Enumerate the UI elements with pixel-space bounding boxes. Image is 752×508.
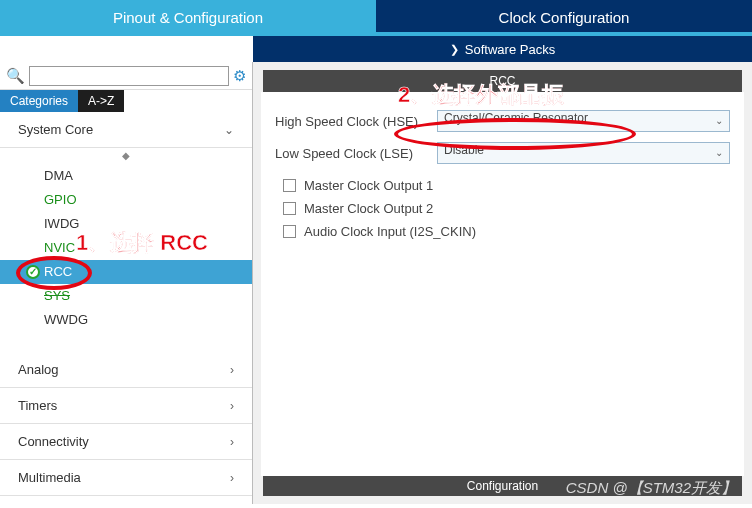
chevron-down-icon: ❯ (450, 43, 459, 56)
checkbox-i2s[interactable] (283, 225, 296, 238)
mco2-label: Master Clock Output 2 (304, 201, 433, 216)
search-input[interactable] (29, 66, 229, 86)
lse-value: Disable (444, 143, 484, 157)
top-tabs: Pinout & Configuration Clock Configurati… (0, 0, 752, 36)
tab-clock[interactable]: Clock Configuration (376, 0, 752, 32)
checkbox-mco2[interactable] (283, 202, 296, 215)
search-icon[interactable]: 🔍 (6, 67, 25, 85)
software-packs-button[interactable]: ❯ Software Packs (253, 36, 752, 62)
mode-panel-header[interactable]: RCC (263, 70, 742, 92)
group-analog[interactable]: Analog › (0, 352, 252, 388)
sidebar: 🔍 ⚙ Categories A->Z System Core ⌄ ◆ DMA … (0, 62, 253, 504)
lse-select[interactable]: Disable ⌄ (437, 142, 730, 164)
chevron-right-icon: › (230, 363, 234, 377)
group-label: Analog (18, 362, 58, 377)
leaf-sys[interactable]: SYS (0, 284, 252, 308)
leaf-rcc[interactable]: ✓ RCC (0, 260, 252, 284)
mode-title-prefix: RCC (490, 74, 516, 88)
group-label: Timers (18, 398, 57, 413)
software-packs-label: Software Packs (465, 42, 555, 57)
hse-value: Crystal/Ceramic Resonator (444, 111, 588, 125)
group-system-core[interactable]: System Core ⌄ (0, 112, 252, 148)
configuration-panel-header[interactable]: Configuration (263, 476, 742, 496)
tab-az[interactable]: A->Z (78, 90, 124, 112)
leaf-gpio[interactable]: GPIO (0, 188, 252, 212)
checkbox-mco1[interactable] (283, 179, 296, 192)
group-multimedia[interactable]: Multimedia › (0, 460, 252, 496)
chevron-right-icon: › (230, 435, 234, 449)
group-timers[interactable]: Timers › (0, 388, 252, 424)
chevron-down-icon: ⌄ (715, 147, 723, 158)
chevron-down-icon: ⌄ (224, 123, 234, 137)
leaf-label: RCC (44, 263, 72, 281)
group-label: System Core (18, 122, 93, 137)
leaf-iwdg[interactable]: IWDG (0, 212, 252, 236)
group-label: Connectivity (18, 434, 89, 449)
lse-label: Low Speed Clock (LSE) (275, 146, 437, 161)
scroll-handle-icon[interactable]: ◆ (0, 148, 252, 164)
check-circle-icon: ✓ (26, 265, 40, 279)
leaf-wwdg[interactable]: WWDG (0, 308, 252, 332)
group-label: Multimedia (18, 470, 81, 485)
subbar: ❯ Software Packs (0, 36, 752, 62)
tab-pinout[interactable]: Pinout & Configuration (0, 0, 376, 32)
leaf-nvic[interactable]: NVIC (0, 236, 252, 260)
chevron-right-icon: › (230, 471, 234, 485)
leaf-dma[interactable]: DMA (0, 164, 252, 188)
tab-categories[interactable]: Categories (0, 90, 78, 112)
group-connectivity[interactable]: Connectivity › (0, 424, 252, 460)
gear-icon[interactable]: ⚙ (233, 67, 246, 85)
mco1-label: Master Clock Output 1 (304, 178, 433, 193)
hse-label: High Speed Clock (HSE) (275, 114, 437, 129)
hse-select[interactable]: Crystal/Ceramic Resonator ⌄ (437, 110, 730, 132)
mode-panel-body: High Speed Clock (HSE) Crystal/Ceramic R… (261, 92, 744, 476)
component-tree: System Core ⌄ ◆ DMA GPIO IWDG NVIC ✓ RCC… (0, 112, 252, 504)
content-panel: RCC High Speed Clock (HSE) Crystal/Ceram… (253, 62, 752, 504)
i2s-label: Audio Clock Input (I2S_CKIN) (304, 224, 476, 239)
chevron-right-icon: › (230, 399, 234, 413)
chevron-down-icon: ⌄ (715, 115, 723, 126)
